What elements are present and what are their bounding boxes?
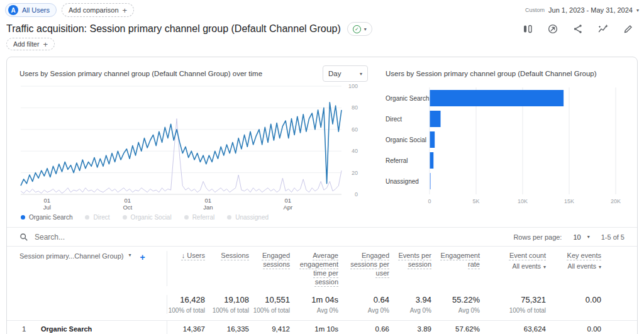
add-filter-label: Add filter <box>13 40 39 48</box>
row-metric-value: 9,412 <box>249 325 290 333</box>
svg-text:Organic Social: Organic Social <box>386 136 426 143</box>
legend-item-organic-social[interactable]: Organic Social <box>123 214 172 221</box>
rows-per-page-label: Rows per page: <box>513 233 562 241</box>
column-header-engaged-sessions[interactable]: Engaged sessions <box>249 251 290 286</box>
column-header-label: ↓ Users <box>182 252 205 259</box>
row-metric-value: 14,367 <box>167 325 205 333</box>
legend-item-organic-search[interactable]: Organic Search <box>21 214 72 221</box>
bar-organic-social <box>430 131 435 148</box>
column-header-average-engagement-time-per-session[interactable]: Average engagement time per session <box>290 251 338 286</box>
column-header-events-per-session[interactable]: Events per session <box>389 251 431 286</box>
bar-organic-search <box>430 90 564 106</box>
totals-value: 0.00 <box>546 295 601 304</box>
legend-dot-icon <box>123 215 127 220</box>
add-dimension-button[interactable]: + <box>140 252 145 262</box>
row-metric-value: 0.66 <box>338 325 389 333</box>
bar-direct <box>430 111 441 127</box>
legend-item-direct[interactable]: Direct <box>85 214 109 221</box>
totals-value: 3.94 <box>389 295 431 304</box>
all-users-chip[interactable]: A All Users <box>5 3 57 17</box>
column-subfilter[interactable]: All events▾ <box>482 262 546 272</box>
plus-icon: + <box>123 6 128 15</box>
row-metric-value: 3.89 <box>389 325 431 333</box>
svg-text:0: 0 <box>355 191 358 198</box>
line-chart-legend: Organic SearchDirectOrganic SocialReferr… <box>21 214 368 221</box>
totals-sub: 100% of total <box>249 307 290 314</box>
totals-value: 75,321 <box>480 295 546 304</box>
svg-text:0: 0 <box>428 198 431 204</box>
edit-icon[interactable] <box>623 23 634 35</box>
add-comparison-label: Add comparison <box>69 6 119 14</box>
totals-cell: 0.64Avg 0% <box>338 295 389 314</box>
dimension-column-header[interactable]: Session primary...Channel Group) ▾ + <box>19 251 167 286</box>
totals-value: 19,108 <box>205 295 249 304</box>
granularity-select[interactable]: Day ▾ <box>323 65 368 82</box>
granularity-value: Day <box>328 70 341 77</box>
legend-label: Organic Search <box>29 214 72 221</box>
line-chart-panel: Users by Session primary channel group (… <box>19 64 368 221</box>
svg-text:10K: 10K <box>518 198 528 204</box>
column-header-engaged-sessions-per-user[interactable]: Engaged sessions per user <box>338 251 389 286</box>
table-totals-row: 16,428100% of total19,108100% of total10… <box>7 290 637 320</box>
legend-label: Unassigned <box>235 214 269 221</box>
svg-text:Unassigned: Unassigned <box>386 178 419 185</box>
row-metric-value: 63,624 <box>480 325 546 333</box>
report-header: Traffic acquisition: Session primary cha… <box>6 20 634 38</box>
chevron-down-icon: ▾ <box>360 71 362 77</box>
chevron-down-icon: ▾ <box>587 234 590 240</box>
table-row[interactable]: 1Organic Search14,36716,3359,4121m 10s0.… <box>7 320 637 334</box>
column-subfilter[interactable]: All events▾ <box>548 262 601 272</box>
rows-per-page-value: 10 <box>573 233 580 241</box>
legend-label: Referral <box>192 214 215 221</box>
legend-dot-icon <box>21 215 25 220</box>
compare-icon[interactable] <box>522 23 533 35</box>
row-dimension-name: Organic Search <box>41 325 92 333</box>
share-icon[interactable] <box>572 23 584 35</box>
row-dimension-cell: 1Organic Search <box>19 325 167 333</box>
totals-value: 10,551 <box>249 295 290 304</box>
search-input[interactable] <box>35 233 223 242</box>
svg-text:100: 100 <box>348 84 358 89</box>
explore-icon[interactable] <box>547 23 558 35</box>
report-toolbar <box>522 23 634 35</box>
column-header-key-events[interactable]: Key eventsAll events▾ <box>546 251 601 286</box>
column-header-event-count[interactable]: Event countAll events▾ <box>480 251 546 286</box>
column-header-engagement-rate[interactable]: Engagement rate <box>431 251 480 286</box>
pagination-status: 1-5 of 5 <box>601 233 625 241</box>
charts-area: Users by Session primary channel group (… <box>7 57 637 221</box>
totals-value: 0.64 <box>338 295 389 304</box>
totals-value: 16,428 <box>167 295 205 304</box>
svg-text:15K: 15K <box>564 198 574 204</box>
legend-label: Direct <box>93 214 109 221</box>
totals-cell: 19,108100% of total <box>205 295 249 314</box>
data-quality-dropdown[interactable]: ✓ ▾ <box>347 22 372 36</box>
svg-text:01Oct: 01Oct <box>123 197 132 211</box>
bar-referral <box>430 152 434 169</box>
totals-sub: Avg 0% <box>431 307 480 314</box>
column-header-label: Sessions <box>221 252 249 259</box>
totals-cell: 1m 04sAvg 0% <box>290 295 338 314</box>
svg-text:01Jul: 01Jul <box>43 197 51 211</box>
insights-icon[interactable] <box>597 23 609 35</box>
date-range-picker[interactable]: Custom Jun 1, 2023 - May 31, 2024 ▾ <box>525 6 639 14</box>
legend-item-unassigned[interactable]: Unassigned <box>227 214 269 221</box>
legend-item-referral[interactable]: Referral <box>184 214 215 221</box>
legend-dot-icon <box>85 215 89 220</box>
totals-sub: Avg 0% <box>338 307 389 314</box>
rows-per-page-select[interactable]: 10 ▾ <box>573 233 589 241</box>
totals-value: 55.22% <box>431 295 480 304</box>
add-comparison-chip[interactable]: Add comparison + <box>62 3 134 17</box>
svg-text:40: 40 <box>352 148 358 154</box>
users-by-channel-chart: 05K10K15K20KOrganic SearchDirectOrganic … <box>386 86 632 215</box>
totals-cell: 16,428100% of total <box>167 295 205 314</box>
add-filter-chip[interactable]: Add filter + <box>6 38 55 50</box>
bar-unassigned <box>430 173 431 189</box>
totals-cell: 75,321100% of total <box>480 295 546 314</box>
column-header-sessions[interactable]: Sessions <box>205 251 249 286</box>
column-header-label: Events per session <box>398 252 431 268</box>
table-header-row: Session primary...Channel Group) ▾ + ↓ U… <box>7 247 637 290</box>
totals-value: 1m 04s <box>290 295 338 304</box>
column-header-users[interactable]: ↓ Users <box>167 251 205 286</box>
column-header-label: Event count <box>509 252 546 259</box>
chevron-down-icon: ▾ <box>364 26 367 32</box>
